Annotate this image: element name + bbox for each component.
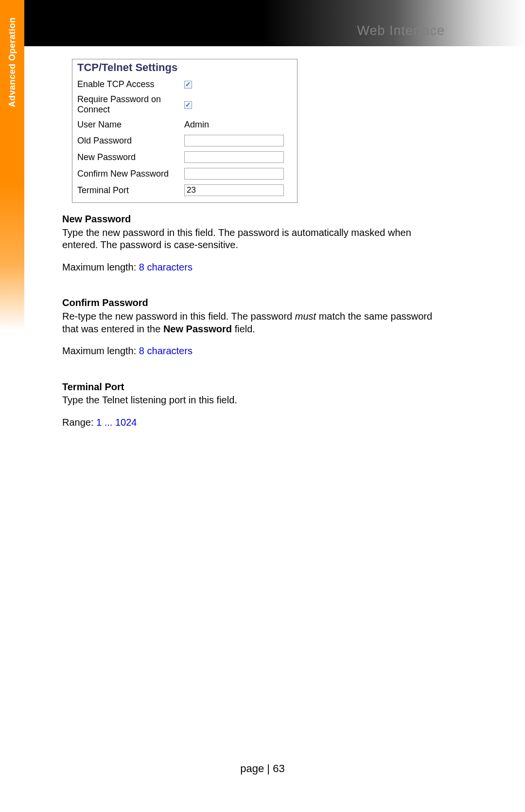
checkmark-icon: ✓ [185, 80, 191, 88]
documentation-body: New Password Type the new password in th… [62, 213, 437, 429]
sidebar-label: Advanced Operation [7, 17, 18, 107]
terminal-port-body: Type the Telnet listening port in this f… [62, 394, 437, 407]
page-footer: page | 63 [0, 762, 525, 775]
enable-tcp-checkbox[interactable]: ✓ [184, 81, 192, 89]
require-password-label: Require Password on Connect [77, 92, 184, 117]
confirm-password-body: Re-type the new password in this field. … [62, 310, 437, 335]
user-name-value: Admin [184, 117, 292, 132]
page-number: 63 [273, 762, 284, 775]
confirm-password-label: Confirm New Password [77, 165, 184, 182]
new-password-heading: New Password [62, 213, 437, 226]
checkmark-icon: ✓ [185, 101, 191, 108]
tcp-telnet-settings-panel: TCP/Telnet Settings Enable TCP Access ✓ … [72, 59, 298, 203]
terminal-port-range-line: Range: 1 ... 1024 [62, 416, 437, 429]
page-label: page | [240, 762, 273, 775]
range-label: Range: [62, 417, 96, 428]
max-length-label: Maximum length: [62, 262, 139, 272]
header-bar: Web Interface [0, 0, 525, 46]
terminal-port-input[interactable] [184, 184, 284, 196]
old-password-input[interactable] [184, 135, 284, 146]
require-password-checkbox[interactable]: ✓ [184, 101, 192, 109]
new-password-max-line: Maximum length: 8 characters [62, 261, 437, 274]
range-value: 1 ... 1024 [96, 417, 137, 428]
new-password-body: Type the new password in this field. The… [62, 227, 437, 252]
new-password-label: New Password [77, 149, 184, 165]
old-password-label: Old Password [77, 132, 184, 149]
header-title: Web Interface [357, 23, 445, 38]
new-password-input[interactable] [184, 151, 284, 163]
sidebar-bar: Advanced Operation [0, 0, 24, 331]
terminal-port-heading: Terminal Port [62, 381, 437, 394]
user-name-label: User Name [77, 117, 184, 132]
max-length-label: Maximum length: [62, 345, 139, 356]
max-length-value: 8 characters [139, 262, 192, 272]
confirm-password-input[interactable] [184, 168, 284, 180]
max-length-value: 8 characters [139, 345, 192, 356]
settings-table: Enable TCP Access ✓ Require Password on … [77, 77, 292, 198]
settings-panel-title: TCP/Telnet Settings [77, 61, 292, 74]
confirm-password-heading: Confirm Password [62, 297, 437, 309]
terminal-port-label: Terminal Port [77, 182, 184, 198]
enable-tcp-label: Enable TCP Access [77, 77, 184, 92]
confirm-password-max-line: Maximum length: 8 characters [62, 345, 437, 358]
